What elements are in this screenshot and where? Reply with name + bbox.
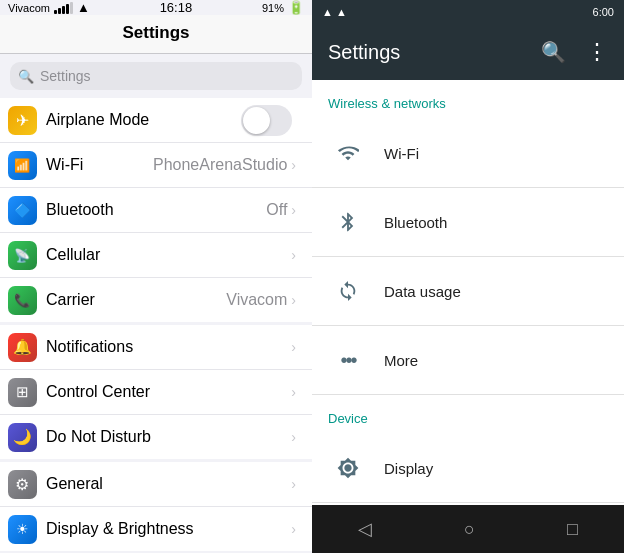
ios-row-donotdisturb[interactable]: 🌙 Do Not Disturb ›: [0, 415, 312, 459]
bluetooth-icon: 🔷: [8, 196, 37, 225]
android-wifi-label: Wi-Fi: [368, 145, 608, 162]
toggle-knob: [243, 107, 270, 134]
android-row-wifi[interactable]: Wi-Fi: [312, 119, 624, 188]
cellular-icon-container: 📡: [0, 233, 44, 277]
notifications-icon-container: 🔔: [0, 325, 44, 369]
donotdisturb-label: Do Not Disturb: [44, 428, 291, 446]
android-status-bar: ▲ ▲ 6:00: [312, 0, 624, 24]
ios-row-notifications[interactable]: 🔔 Notifications ›: [0, 325, 312, 370]
airplane-icon-container: ✈: [0, 98, 44, 142]
ios-panel: Vivacom ▲ 16:18 91% 🔋 Settings 🔍 Setting…: [0, 0, 312, 553]
ios-section-general: ⚙ General › ☀ Display & Brightness ›: [0, 462, 312, 551]
ios-status-right: 91% 🔋: [262, 0, 304, 15]
signal-bar-3: [62, 6, 65, 14]
display-brightness-icon: ☀: [8, 515, 37, 544]
wifi-chevron: ›: [291, 157, 296, 173]
search-placeholder: Settings: [40, 68, 91, 84]
wifi-label: Wi-Fi: [44, 156, 153, 174]
ios-status-left: Vivacom ▲: [8, 0, 90, 15]
android-row-datausage[interactable]: Data usage: [312, 257, 624, 326]
wifi-value: PhoneArenaStudio: [153, 156, 287, 174]
android-row-display[interactable]: Display: [312, 434, 624, 503]
android-bluetooth-label: Bluetooth: [368, 214, 608, 231]
cellular-icon: 📡: [8, 241, 37, 270]
donotdisturb-icon: 🌙: [8, 423, 37, 452]
overflow-menu-button[interactable]: ⋮: [586, 39, 608, 65]
bluetooth-label: Bluetooth: [44, 201, 266, 219]
ios-time: 16:18: [160, 0, 193, 15]
page-title: Settings: [0, 23, 312, 43]
android-wifi-row-icon: [328, 133, 368, 173]
carrier-label: Carrier: [44, 291, 226, 309]
bluetooth-chevron: ›: [291, 202, 296, 218]
wifi-icon-container: 📶: [0, 143, 44, 187]
signal-bar-4: [66, 4, 69, 14]
android-row-more[interactable]: ••• More: [312, 326, 624, 395]
android-toolbar: Settings 🔍 ⋮: [312, 24, 624, 80]
recents-button[interactable]: □: [547, 511, 598, 548]
search-button[interactable]: 🔍: [541, 40, 566, 64]
cellular-chevron: ›: [291, 247, 296, 263]
notifications-label: Notifications: [44, 338, 291, 356]
notifications-chevron: ›: [291, 339, 296, 355]
android-datausage-icon: [328, 271, 368, 311]
search-icon: 🔍: [18, 69, 34, 84]
android-toolbar-icons: 🔍 ⋮: [541, 39, 608, 65]
android-bluetooth-row-icon: [328, 202, 368, 242]
android-row-bluetooth[interactable]: Bluetooth: [312, 188, 624, 257]
display-chevron: ›: [291, 521, 296, 537]
ios-row-cellular[interactable]: 📡 Cellular ›: [0, 233, 312, 278]
airplane-toggle[interactable]: [241, 105, 292, 136]
bluetooth-icon-container: 🔷: [0, 188, 44, 232]
signal-bar-5: [70, 2, 73, 14]
donotdisturb-chevron: ›: [291, 429, 296, 445]
android-more-icon: •••: [328, 340, 368, 380]
android-status-left: ▲ ▲: [322, 6, 347, 18]
wifi-icon: 📶: [8, 151, 37, 180]
ios-row-carrier[interactable]: 📞 Carrier Vivacom ›: [0, 278, 312, 322]
home-button[interactable]: ○: [444, 511, 495, 548]
carrier-value: Vivacom: [226, 291, 287, 309]
ios-row-wifi[interactable]: 📶 Wi-Fi PhoneArenaStudio ›: [0, 143, 312, 188]
ios-section-connectivity: ✈ Airplane Mode 📶 Wi-Fi PhoneArenaStudio…: [0, 98, 312, 322]
ios-nav-bar: Settings: [0, 15, 312, 54]
airplane-label: Airplane Mode: [44, 111, 241, 129]
notifications-icon: 🔔: [8, 333, 37, 362]
android-nav-bar: ◁ ○ □: [312, 505, 624, 553]
controlcenter-icon-container: ⊞: [0, 370, 44, 414]
ios-row-display[interactable]: ☀ Display & Brightness ›: [0, 507, 312, 551]
bluetooth-value: Off: [266, 201, 287, 219]
android-content: Wireless & networks Wi-Fi Bluetooth: [312, 80, 624, 505]
controlcenter-chevron: ›: [291, 384, 296, 400]
carrier-icon-container: 📞: [0, 278, 44, 322]
ios-row-general[interactable]: ⚙ General ›: [0, 462, 312, 507]
ios-search-bar[interactable]: 🔍 Settings: [0, 54, 312, 98]
android-signal-icon: ▲: [322, 6, 333, 18]
ios-row-controlcenter[interactable]: ⊞ Control Center ›: [0, 370, 312, 415]
display-label: Display & Brightness: [44, 520, 291, 538]
general-icon-container: ⚙: [0, 462, 44, 506]
ios-row-bluetooth[interactable]: 🔷 Bluetooth Off ›: [0, 188, 312, 233]
android-time: 6:00: [593, 6, 614, 18]
carrier-icon: 📞: [8, 286, 37, 315]
signal-bar-2: [58, 8, 61, 14]
ios-section-notifications: 🔔 Notifications › ⊞ Control Center › 🌙 D…: [0, 325, 312, 459]
ios-status-bar: Vivacom ▲ 16:18 91% 🔋: [0, 0, 312, 15]
airplane-icon: ✈: [8, 106, 37, 135]
ios-row-airplane[interactable]: ✈ Airplane Mode: [0, 98, 312, 143]
android-display-icon: [328, 448, 368, 488]
ios-wifi-icon: ▲: [77, 0, 90, 15]
ios-battery-percent: 91%: [262, 2, 284, 14]
wireless-networks-header: Wireless & networks: [312, 80, 624, 119]
controlcenter-label: Control Center: [44, 383, 291, 401]
controlcenter-icon: ⊞: [8, 378, 37, 407]
general-icon: ⚙: [8, 470, 37, 499]
signal-bars: [54, 2, 73, 14]
ios-battery-icon: 🔋: [288, 0, 304, 15]
ios-carrier: Vivacom: [8, 2, 50, 14]
general-label: General: [44, 475, 291, 493]
android-title: Settings: [328, 41, 400, 64]
back-button[interactable]: ◁: [338, 510, 392, 548]
android-wifi-icon: ▲: [336, 6, 347, 18]
display-icon-container: ☀: [0, 507, 44, 551]
